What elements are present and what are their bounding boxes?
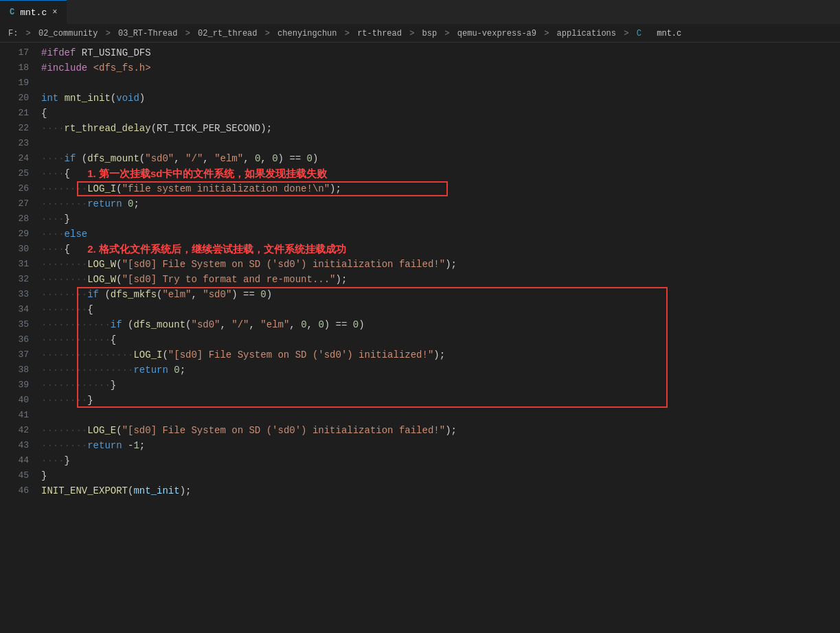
code-line-32: ········LOG_W("[sd0] Try to format and r… bbox=[41, 272, 840, 287]
code-line-20: int mnt_init(void) bbox=[41, 91, 840, 106]
code-line-46: INIT_ENV_EXPORT(mnt_init); bbox=[41, 483, 840, 498]
code-line-26: ········LOG_I("file system initializatio… bbox=[41, 181, 840, 196]
code-line-38: ················return 0; bbox=[41, 362, 840, 378]
code-line-34: ········{ bbox=[41, 302, 840, 317]
code-line-42: ········LOG_E("[sd0] File System on SD (… bbox=[41, 423, 840, 438]
code-content: #ifdef RT_USING_DFS #include <dfs_fs.h> … bbox=[36, 43, 840, 501]
code-line-18: #include <dfs_fs.h> bbox=[41, 60, 840, 76]
code-line-22: ····rt_thread_delay(RT_TICK_PER_SECOND); bbox=[41, 121, 840, 136]
c-language-icon: C bbox=[10, 8, 14, 17]
title-bar: C mnt.c × bbox=[0, 0, 840, 25]
line-numbers: 17 18 19 20 21 22 23 24 25 26 27 28 29 3… bbox=[0, 43, 36, 633]
code-line-45: } bbox=[41, 468, 840, 483]
code-line-27: ········return 0; bbox=[41, 196, 840, 211]
code-area: 17 18 19 20 21 22 23 24 25 26 27 28 29 3… bbox=[0, 43, 840, 633]
code-line-30: ····{ 2. 格式化文件系统后，继续尝试挂载，文件系统挂载成功 bbox=[41, 242, 840, 257]
code-line-36: ············{ bbox=[41, 332, 840, 347]
code-line-37: ················LOG_I("[sd0] File System… bbox=[41, 347, 840, 362]
code-line-19 bbox=[41, 76, 840, 91]
code-line-29: ····else bbox=[41, 227, 840, 242]
annotation-2: 2. 格式化文件系统后，继续尝试挂载，文件系统挂载成功 bbox=[87, 242, 346, 257]
code-wrapper: #ifdef RT_USING_DFS #include <dfs_fs.h> … bbox=[36, 43, 840, 633]
code-line-17: #ifdef RT_USING_DFS bbox=[41, 45, 840, 60]
code-line-44: ····} bbox=[41, 453, 840, 468]
close-tab-button[interactable]: × bbox=[52, 8, 57, 17]
code-line-23 bbox=[41, 136, 840, 151]
code-line-35: ············if (dfs_mount("sd0", "/", "e… bbox=[41, 317, 840, 332]
breadcrumb: F: > 02_community > 03_RT-Thread > 02_rt… bbox=[0, 25, 840, 43]
code-line-39: ············} bbox=[41, 378, 840, 393]
code-line-24: ····if (dfs_mount("sd0", "/", "elm", 0, … bbox=[41, 151, 840, 166]
annotation-1: 1. 第一次挂载sd卡中的文件系统，如果发现挂载失败 bbox=[87, 166, 327, 181]
code-line-41 bbox=[41, 408, 840, 423]
code-line-31: ········LOG_W("[sd0] File System on SD (… bbox=[41, 257, 840, 272]
code-line-40: ········} bbox=[41, 393, 840, 408]
code-line-25: ····{ 1. 第一次挂载sd卡中的文件系统，如果发现挂载失败 bbox=[41, 166, 840, 181]
code-line-43: ········return -1; bbox=[41, 438, 840, 453]
tab-mnt-c[interactable]: C mnt.c × bbox=[0, 0, 67, 25]
code-line-28: ····} bbox=[41, 211, 840, 227]
tab-filename: mnt.c bbox=[20, 8, 47, 18]
code-line-33: ········if (dfs_mkfs("elm", "sd0") == 0) bbox=[41, 287, 840, 302]
code-line-21: { bbox=[41, 106, 840, 121]
